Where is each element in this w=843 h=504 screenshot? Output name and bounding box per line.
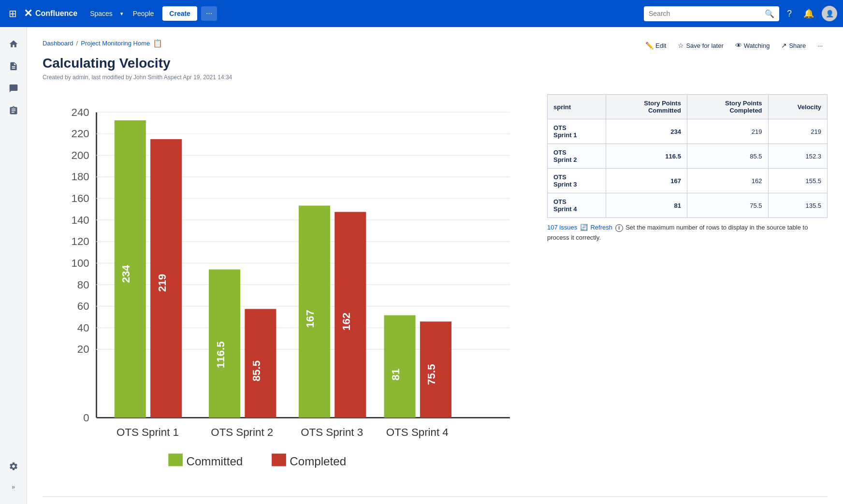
svg-text:234: 234 bbox=[120, 265, 132, 283]
svg-text:220: 220 bbox=[71, 128, 89, 140]
velocity-val: 155.5 bbox=[768, 169, 827, 193]
logo-text: Confluence bbox=[35, 9, 77, 18]
committed-val: 116.5 bbox=[606, 144, 687, 169]
edit-button[interactable]: ✏️ Edit bbox=[640, 39, 671, 52]
page-meta: Created by admin, last modified by John … bbox=[43, 74, 828, 81]
spaces-chevron-icon: ▼ bbox=[119, 11, 124, 16]
share-button[interactable]: ↗ Share bbox=[776, 39, 811, 52]
svg-text:OTS Sprint 2: OTS Sprint 2 bbox=[211, 426, 273, 438]
velocity-val: 219 bbox=[768, 119, 827, 144]
page-options-icon[interactable]: 📋 bbox=[153, 39, 162, 48]
svg-text:120: 120 bbox=[71, 235, 89, 247]
watching-button[interactable]: 👁 Watching bbox=[730, 39, 775, 52]
content-row: 240 220 200 180 160 140 120 100 bbox=[43, 94, 828, 473]
table-row: OTSSprint 3 167 162 155.5 bbox=[548, 169, 828, 193]
search-icon: 🔍 bbox=[765, 9, 774, 18]
svg-text:40: 40 bbox=[77, 322, 89, 334]
svg-text:OTS Sprint 1: OTS Sprint 1 bbox=[116, 426, 179, 438]
sidebar-icon-blog[interactable] bbox=[4, 79, 23, 98]
chart-svg: 240 220 200 180 160 140 120 100 bbox=[43, 94, 528, 472]
svg-text:80: 80 bbox=[77, 279, 89, 291]
sprint-name: OTSSprint 3 bbox=[548, 169, 606, 193]
spaces-menu[interactable]: Spaces ▼ bbox=[85, 7, 124, 20]
svg-text:OTS Sprint 4: OTS Sprint 4 bbox=[386, 426, 449, 438]
svg-text:116.5: 116.5 bbox=[215, 341, 227, 368]
svg-text:140: 140 bbox=[71, 214, 89, 226]
breadcrumb-project[interactable]: Project Monitoring Home bbox=[81, 40, 150, 47]
sprint-name: OTSSprint 1 bbox=[548, 119, 606, 144]
eye-icon: 👁 bbox=[735, 42, 742, 49]
star-icon: ☆ bbox=[678, 42, 684, 49]
svg-text:60: 60 bbox=[77, 300, 89, 312]
completed-val: 85.5 bbox=[687, 144, 768, 169]
bar-sprint4-committed bbox=[384, 315, 416, 418]
sidebar-collapse-button[interactable]: » bbox=[4, 477, 23, 497]
help-button[interactable]: ? bbox=[783, 6, 796, 22]
breadcrumb: Dashboard / Project Monitoring Home 📋 bbox=[43, 39, 162, 48]
velocity-table-section: sprint Story PointsCommitted Story Point… bbox=[547, 94, 828, 243]
svg-text:OTS Sprint 3: OTS Sprint 3 bbox=[301, 426, 363, 438]
breadcrumb-dashboard[interactable]: Dashboard bbox=[43, 40, 73, 47]
sidebar-icon-settings[interactable] bbox=[4, 457, 23, 476]
svg-text:167: 167 bbox=[304, 310, 316, 328]
sprint-name: OTSSprint 2 bbox=[548, 144, 606, 169]
search-input[interactable] bbox=[649, 10, 762, 17]
save-for-later-button[interactable]: ☆ Save for later bbox=[673, 39, 728, 52]
sidebar-icon-home[interactable] bbox=[4, 34, 23, 54]
svg-text:240: 240 bbox=[71, 106, 89, 118]
col-completed: Story PointsCompleted bbox=[687, 95, 768, 119]
create-button[interactable]: Create bbox=[162, 6, 197, 21]
svg-text:75.5: 75.5 bbox=[425, 364, 437, 385]
search-bar: 🔍 bbox=[644, 6, 779, 21]
page-header-row: Dashboard / Project Monitoring Home 📋 ✏️… bbox=[43, 39, 828, 54]
velocity-chart: 240 220 200 180 160 140 120 100 bbox=[43, 94, 528, 473]
completed-val: 75.5 bbox=[687, 193, 768, 218]
committed-val: 234 bbox=[606, 119, 687, 144]
refresh-link[interactable]: Refresh bbox=[590, 224, 612, 231]
velocity-val: 135.5 bbox=[768, 193, 827, 218]
svg-rect-41 bbox=[272, 454, 286, 466]
svg-text:219: 219 bbox=[156, 274, 168, 292]
sidebar-icon-tasks[interactable] bbox=[4, 101, 23, 120]
refresh-icon: 🔄 bbox=[580, 224, 588, 231]
table-row: OTSSprint 4 81 75.5 135.5 bbox=[548, 193, 828, 218]
col-velocity: Velocity bbox=[768, 95, 827, 119]
completed-val: 162 bbox=[687, 169, 768, 193]
page-title: Calculating Velocity bbox=[43, 56, 828, 71]
user-avatar[interactable]: 👤 bbox=[822, 6, 837, 21]
spaces-button[interactable]: Spaces bbox=[85, 7, 117, 20]
more-actions-button[interactable]: ··· bbox=[813, 39, 828, 52]
svg-text:180: 180 bbox=[71, 171, 89, 183]
svg-text:85.5: 85.5 bbox=[250, 360, 262, 381]
people-button[interactable]: People bbox=[128, 7, 159, 20]
velocity-val: 152.3 bbox=[768, 144, 827, 169]
table-footer: 107 issues 🔄 Refresh i Set the maximum n… bbox=[547, 223, 828, 243]
left-sidebar: » bbox=[0, 27, 27, 504]
committed-val: 167 bbox=[606, 169, 687, 193]
committed-val: 81 bbox=[606, 193, 687, 218]
svg-text:20: 20 bbox=[77, 343, 89, 355]
sprint-name: OTSSprint 4 bbox=[548, 193, 606, 218]
page-footer: 👍 Like Be the first to like this No labe… bbox=[43, 496, 828, 504]
svg-text:81: 81 bbox=[390, 369, 402, 381]
more-button[interactable]: ··· bbox=[201, 6, 217, 21]
logo-icon: ✕ bbox=[24, 7, 32, 20]
sidebar-icon-pages[interactable] bbox=[4, 57, 23, 76]
svg-rect-39 bbox=[168, 454, 183, 466]
issues-link[interactable]: 107 issues bbox=[547, 224, 577, 231]
share-icon: ↗ bbox=[781, 42, 787, 49]
col-sprint: sprint bbox=[548, 95, 606, 119]
svg-text:Completed: Completed bbox=[290, 455, 346, 468]
velocity-table: sprint Story PointsCommitted Story Point… bbox=[547, 94, 828, 218]
svg-text:0: 0 bbox=[83, 412, 89, 424]
edit-icon: ✏️ bbox=[645, 42, 654, 49]
top-navigation: ⊞ ✕ Confluence Spaces ▼ People Create ··… bbox=[0, 0, 843, 27]
table-row: OTSSprint 2 116.5 85.5 152.3 bbox=[548, 144, 828, 169]
main-content: Dashboard / Project Monitoring Home 📋 ✏️… bbox=[27, 27, 843, 504]
info-icon: i bbox=[615, 224, 623, 232]
svg-text:200: 200 bbox=[71, 149, 89, 161]
notifications-button[interactable]: 🔔 bbox=[799, 5, 818, 22]
confluence-logo[interactable]: ✕ Confluence bbox=[24, 7, 77, 20]
app-switcher-icon[interactable]: ⊞ bbox=[6, 5, 20, 22]
completed-val: 219 bbox=[687, 119, 768, 144]
